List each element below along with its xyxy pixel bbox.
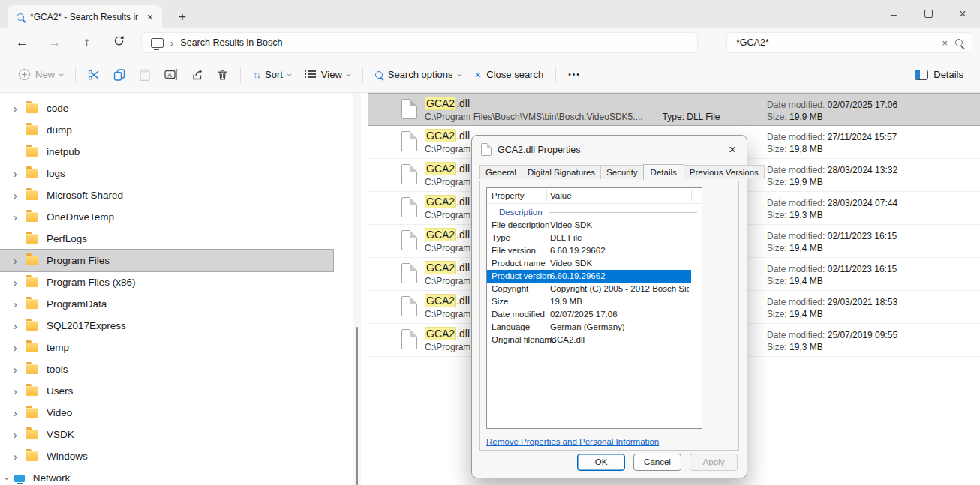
- remove-properties-link[interactable]: Remove Properties and Personal Informati…: [486, 437, 659, 446]
- view-button[interactable]: View ›: [298, 62, 357, 88]
- dialog-close-icon[interactable]: ×: [729, 145, 736, 155]
- property-row[interactable]: Original filenameGCA2.dll: [487, 334, 691, 346]
- chevron-right-icon[interactable]: ›: [14, 277, 26, 289]
- close-search-button[interactable]: × Close search: [468, 62, 551, 88]
- chevron-right-icon[interactable]: ›: [14, 407, 26, 419]
- folder-icon: [26, 169, 38, 178]
- search-options-button[interactable]: Search options ›: [368, 62, 468, 88]
- maximize-button[interactable]: [911, 8, 945, 20]
- navigation-bar: ← → ↑ › Search Results in Bosch *GCA2* ×: [0, 28, 980, 57]
- search-box[interactable]: *GCA2* ×: [726, 32, 972, 53]
- explorer-tab[interactable]: *GCA2* - Search Results in Bo ×: [8, 5, 162, 28]
- paste-button[interactable]: [132, 62, 158, 88]
- column-property[interactable]: Property: [492, 188, 524, 203]
- dialog-titlebar[interactable]: GCA2.dll Properties ×: [472, 136, 747, 156]
- rename-button[interactable]: A: [158, 62, 185, 88]
- sidebar-item-label: code: [47, 103, 68, 114]
- breadcrumb[interactable]: Search Results in Bosch: [180, 37, 282, 48]
- property-row[interactable]: TypeDLL File: [487, 232, 691, 244]
- cut-button[interactable]: [81, 62, 107, 88]
- chevron-right-icon[interactable]: ›: [14, 190, 26, 202]
- tab-close-icon[interactable]: ×: [144, 11, 156, 23]
- chevron-right-icon[interactable]: ›: [14, 168, 26, 180]
- property-row[interactable]: File version6.60.19.29662: [487, 244, 691, 257]
- sidebar-item-programdata[interactable]: ›ProgramData: [0, 293, 333, 315]
- sidebar-item-dump[interactable]: dump: [0, 119, 333, 141]
- sidebar-item-sql2017express[interactable]: ›SQL2017Express: [0, 315, 333, 337]
- search-input[interactable]: *GCA2*: [736, 37, 934, 48]
- ok-button[interactable]: OK: [577, 454, 625, 471]
- property-row[interactable]: Date modified02/07/2025 17:06: [487, 308, 691, 321]
- clear-search-icon[interactable]: ×: [942, 37, 948, 49]
- tab-security[interactable]: Security: [600, 165, 644, 179]
- close-window-button[interactable]: ×: [945, 7, 980, 21]
- minimize-button[interactable]: –: [876, 8, 911, 20]
- property-row[interactable]: Size19,9 MB: [487, 295, 691, 308]
- tab-previous-versions[interactable]: Previous Versions: [684, 165, 765, 179]
- property-row[interactable]: LanguageGerman (Germany): [487, 321, 691, 334]
- search-submit-icon[interactable]: [955, 39, 963, 46]
- chevron-right-icon[interactable]: ›: [14, 103, 26, 115]
- property-row[interactable]: CopyrightCopyright (C) 2005 - 2012 Bosch…: [487, 283, 691, 295]
- property-row-selected[interactable]: Product version6.60.19.29662: [487, 270, 691, 283]
- chevron-right-icon[interactable]: ›: [14, 429, 26, 441]
- sidebar-scrollbar-thumb[interactable]: [356, 327, 358, 485]
- sidebar-item-windows[interactable]: ›Windows: [0, 445, 333, 467]
- sidebar-item-program-files[interactable]: ›Program Files: [0, 250, 333, 271]
- tab-details[interactable]: Details: [643, 164, 684, 180]
- tab-digital-signatures[interactable]: Digital Signatures: [522, 165, 601, 179]
- chevron-right-icon[interactable]: ›: [14, 255, 26, 267]
- column-divider[interactable]: [546, 190, 547, 201]
- sidebar-item-logs[interactable]: ›logs: [0, 163, 333, 184]
- breadcrumb-chevron-icon[interactable]: ›: [170, 37, 173, 49]
- chevron-right-icon[interactable]: ›: [14, 451, 26, 463]
- apply-button[interactable]: Apply: [690, 454, 738, 471]
- new-tab-button[interactable]: +: [174, 5, 191, 28]
- chevron-right-icon[interactable]: ›: [14, 342, 26, 354]
- chevron-right-icon[interactable]: ›: [14, 298, 26, 310]
- property-list[interactable]: Property Value Description File descript…: [486, 187, 702, 429]
- file-icon: [401, 296, 417, 316]
- forward-button[interactable]: →: [38, 35, 71, 50]
- sidebar-item-onedrivetemp[interactable]: ›OneDriveTemp: [0, 206, 333, 228]
- sidebar-item-video[interactable]: ›Video: [0, 402, 333, 424]
- chevron-right-icon[interactable]: ›: [14, 385, 26, 397]
- chevron-right-icon[interactable]: ›: [14, 364, 26, 376]
- sidebar-item-vsdk[interactable]: ›VSDK: [0, 424, 333, 445]
- sort-button[interactable]: ↑↓ Sort ›: [246, 62, 298, 88]
- sidebar-item-tools[interactable]: ›tools: [0, 358, 333, 380]
- chevron-down-icon[interactable]: ›: [2, 476, 14, 480]
- new-button[interactable]: New ›: [12, 62, 70, 88]
- sidebar-item-perflogs[interactable]: PerfLogs: [0, 228, 333, 250]
- property-row[interactable]: Product nameVideo SDK: [487, 257, 691, 270]
- cancel-button[interactable]: Cancel: [633, 454, 681, 471]
- sidebar-item-label: Network: [33, 472, 71, 484]
- back-button[interactable]: ←: [6, 35, 38, 50]
- details-pane-button[interactable]: Details: [910, 62, 968, 88]
- sidebar-item-network[interactable]: ›Network: [0, 467, 333, 485]
- file-row[interactable]: GCA2.dll C:\Program Files\Bosch\VMS\bin\…: [368, 93, 980, 126]
- file-icon: [401, 197, 417, 217]
- up-button[interactable]: ↑: [71, 35, 103, 50]
- close-search-icon: ×: [475, 68, 482, 81]
- sidebar-item-microsoft-shared[interactable]: ›Microsoft Shared: [0, 184, 333, 206]
- address-bar[interactable]: › Search Results in Bosch: [141, 32, 698, 53]
- property-row[interactable]: File descriptionVideo SDK: [487, 219, 691, 232]
- column-divider[interactable]: [691, 190, 692, 201]
- sidebar-item-users[interactable]: ›Users: [0, 380, 333, 402]
- column-value[interactable]: Value: [550, 188, 572, 203]
- sidebar-item-program-files-x86[interactable]: ›Program Files (x86): [0, 271, 333, 293]
- see-more-button[interactable]: •••: [561, 62, 588, 88]
- sidebar-item-inetpub[interactable]: inetpub: [0, 141, 333, 163]
- chevron-right-icon[interactable]: ›: [14, 211, 26, 223]
- copy-button[interactable]: [107, 62, 132, 88]
- sidebar-item-temp[interactable]: ›temp: [0, 337, 333, 358]
- share-button[interactable]: [185, 62, 210, 88]
- sidebar-item-code[interactable]: ›code: [0, 97, 333, 119]
- delete-button[interactable]: [210, 62, 235, 88]
- tab-general[interactable]: General: [479, 165, 522, 179]
- close-search-label: Close search: [486, 69, 543, 80]
- dialog-tabs: General Digital Signatures Security Deta…: [479, 164, 764, 179]
- chevron-right-icon[interactable]: ›: [14, 320, 26, 332]
- refresh-button[interactable]: [103, 35, 135, 50]
